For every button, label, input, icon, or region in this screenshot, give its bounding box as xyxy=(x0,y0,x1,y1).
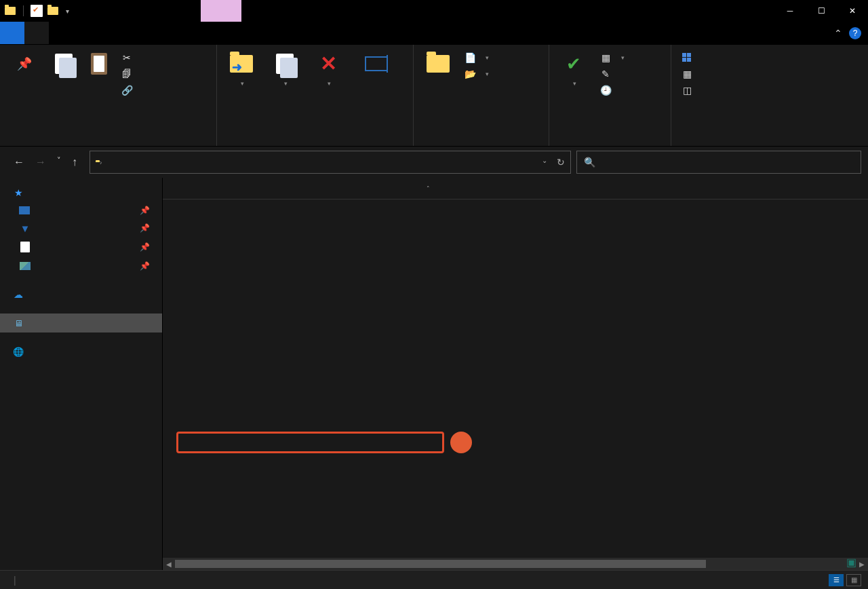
rename-button[interactable] xyxy=(350,49,403,83)
open-button[interactable]: ▦▾ xyxy=(599,52,625,64)
tab-app-tools[interactable] xyxy=(98,22,122,44)
select-all-button[interactable] xyxy=(681,52,697,64)
edit-button[interactable]: ✎ xyxy=(599,68,625,80)
watermark: ▣ xyxy=(846,556,860,569)
status-bar: | ☰ ▦ xyxy=(0,570,868,589)
nav-up-button[interactable]: ↑ xyxy=(72,156,77,168)
ribbon: 📌 ✂ 🗐 🔗 ➜▾ ▾ ✕▾ xyxy=(0,45,868,147)
tab-view[interactable] xyxy=(73,22,98,44)
qat-newfolder-icon[interactable] xyxy=(47,5,59,17)
select-none-button[interactable]: ▦ xyxy=(681,68,697,80)
annotation-highlight xyxy=(176,432,444,453)
refresh-icon[interactable]: ↻ xyxy=(557,157,565,168)
tab-share[interactable] xyxy=(49,22,73,44)
sidebar-desktop[interactable]: 📌 xyxy=(0,202,162,218)
qat-customize-icon[interactable]: ▾ xyxy=(63,7,72,15)
tab-home[interactable] xyxy=(24,22,49,44)
ribbon-tab-strip: ⌃ ? xyxy=(0,22,868,45)
titlebar: ✔ ▾ ─ ☐ ✕ xyxy=(0,0,868,22)
nav-recent-button[interactable]: ˅ xyxy=(57,156,61,168)
paste-button[interactable] xyxy=(81,49,117,83)
address-bar[interactable]: › ⌄ ↻ xyxy=(90,151,571,174)
pin-to-quick-access-button[interactable]: 📌 xyxy=(3,49,46,83)
close-button[interactable]: ✕ xyxy=(837,0,868,22)
move-to-button[interactable]: ➜▾ xyxy=(220,49,263,90)
sidebar-downloads[interactable]: ▼📌 xyxy=(0,218,162,238)
sidebar-quick-access[interactable]: ★ xyxy=(0,183,162,202)
cut-button[interactable]: ✂ xyxy=(121,52,137,64)
nav-back-button[interactable]: ← xyxy=(14,156,24,168)
group-organize-label xyxy=(220,142,410,146)
horizontal-scrollbar[interactable]: ◀ ▶ xyxy=(163,558,868,570)
file-rows xyxy=(163,200,868,558)
new-folder-button[interactable] xyxy=(416,49,460,83)
delete-button[interactable]: ✕▾ xyxy=(307,49,350,90)
address-dropdown-icon[interactable]: ⌄ xyxy=(542,157,547,168)
file-list-area: ˄ ◀ ▶ xyxy=(163,178,868,570)
maximize-button[interactable]: ☐ xyxy=(806,0,837,22)
tab-file[interactable] xyxy=(0,22,24,44)
navigation-pane: ★ 📌 ▼📌 📌 📌 ☁ 🖥 🌐 xyxy=(0,178,163,570)
address-bar-row: ← → ˅ ↑ › ⌄ ↻ 🔍 xyxy=(0,147,868,178)
copy-path-button[interactable]: 🗐 xyxy=(121,68,137,80)
paste-shortcut-button[interactable]: 🔗 xyxy=(121,84,137,96)
window-title xyxy=(241,0,269,22)
column-headers[interactable]: ˄ xyxy=(163,178,868,200)
history-button[interactable]: 🕘 xyxy=(599,84,625,96)
sidebar-network[interactable]: 🌐 xyxy=(0,342,162,361)
group-select-label xyxy=(674,142,865,146)
new-item-button[interactable]: 📄▾ xyxy=(464,52,489,64)
sidebar-this-pc[interactable]: 🖥 xyxy=(0,314,162,332)
collapse-ribbon-icon[interactable]: ⌃ xyxy=(834,28,842,39)
watermark-icon: ▣ xyxy=(846,556,857,569)
group-open-label xyxy=(552,142,668,146)
sidebar-pictures[interactable]: 📌 xyxy=(0,256,162,276)
sort-indicator-icon: ˄ xyxy=(427,185,430,192)
copy-to-button[interactable]: ▾ xyxy=(263,49,307,90)
contextual-tab[interactable] xyxy=(201,0,241,22)
annotation-badge xyxy=(450,432,472,453)
copy-button[interactable] xyxy=(46,49,81,83)
scrollbar-thumb[interactable] xyxy=(175,560,706,568)
qat-properties-icon[interactable]: ✔ xyxy=(31,5,43,17)
search-icon: 🔍 xyxy=(584,157,595,168)
minimize-button[interactable]: ─ xyxy=(774,0,806,22)
search-box[interactable]: 🔍 xyxy=(576,151,861,174)
invert-selection-button[interactable]: ◫ xyxy=(681,84,697,96)
properties-button[interactable]: ✔▾ xyxy=(552,49,595,90)
sidebar-documents[interactable]: 📌 xyxy=(0,238,162,256)
nav-forward-button[interactable]: → xyxy=(35,156,46,168)
scroll-left-icon[interactable]: ◀ xyxy=(163,560,175,568)
quick-access-toolbar: ✔ ▾ xyxy=(0,0,72,22)
group-clipboard-label xyxy=(3,142,214,146)
sidebar-onedrive[interactable]: ☁ xyxy=(0,285,162,304)
view-thumbnails-button[interactable]: ▦ xyxy=(846,574,861,586)
help-icon[interactable]: ? xyxy=(849,27,861,39)
group-new-label xyxy=(416,142,546,146)
easy-access-button[interactable]: 📂▾ xyxy=(464,68,489,80)
view-details-button[interactable]: ☰ xyxy=(829,574,844,586)
app-icon xyxy=(4,5,16,17)
